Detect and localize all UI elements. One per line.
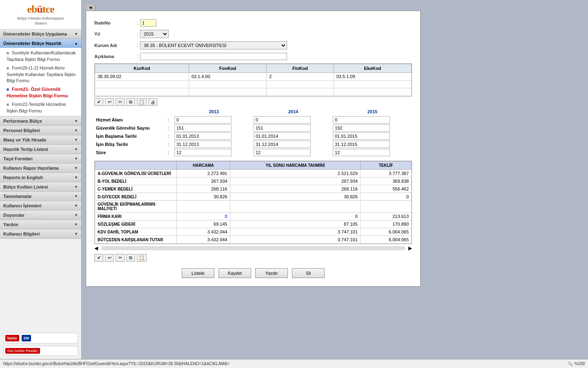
sidebar-section-butce-kodlari: Bütçe Kodları Listesi ▼: [0, 182, 81, 192]
baslama-2013[interactable]: [174, 132, 232, 140]
logo-area: ebütce Bütçe Yönetim EnformasyonSistemi: [0, 0, 81, 29]
cut-bottom-btn[interactable]: ✂: [116, 254, 125, 262]
hizmet-alani-2015[interactable]: [333, 116, 390, 123]
yil-group: Yıl : 2015 2014 2013: [94, 30, 412, 38]
sidebar-item-form20[interactable]: Form20-(1-2) Hizmet Alımı Suretiyle Kull…: [0, 64, 81, 85]
aciklama-group: Açıklama :: [94, 53, 412, 60]
row-baslama-tarihi: İşin Başlama Tarihi :: [94, 132, 412, 140]
bitis-2014[interactable]: [254, 141, 311, 148]
sidebar-header-butce-kodlari[interactable]: Bütçe Kodları Listesi ▼: [0, 182, 81, 191]
sidebar-header-uni-hazirlik[interactable]: Üniversiteler Bütçe Hazırlık ▲: [0, 39, 81, 48]
sidebar-section-hazirlik: Hazırlık Tertip Listesi ▼: [0, 145, 81, 154]
listele-button[interactable]: Listele: [182, 268, 214, 278]
undo-toolbar-btn[interactable]: ↩: [105, 98, 114, 106]
chevron-down-icon: ▼: [74, 128, 78, 132]
aciklama-input[interactable]: [140, 53, 287, 60]
sidebar-header-yardim[interactable]: Yardım ▼: [0, 220, 81, 229]
sure-2014[interactable]: [254, 149, 311, 156]
paste-bottom-btn[interactable]: 📋: [137, 254, 147, 262]
hizmet-alani-2014[interactable]: [254, 116, 311, 123]
horizontal-scroll-bar[interactable]: ◀ ▶: [94, 244, 412, 252]
guvenlik-sayisi-2015[interactable]: [333, 124, 390, 132]
sidebar: ebütce Bütçe Yönetim EnformasyonSistemi …: [0, 0, 82, 359]
scroll-right-btn[interactable]: ▶: [408, 245, 412, 251]
bullet-icon: [7, 52, 9, 54]
hizmet-alani-2013[interactable]: [174, 116, 232, 123]
save-bottom-btn[interactable]: ✔: [94, 254, 103, 262]
sure-2013[interactable]: [174, 149, 232, 156]
kurum-adi-select[interactable]: 38.35 - BÜLENT ECEVİT ÜNİVERSİTESİ: [140, 41, 287, 49]
bitis-2013[interactable]: [174, 141, 232, 148]
cost-row-yemek: C-YEMEK BEDELİ 268.116 268.116 556.462: [95, 185, 412, 193]
baslama-2015[interactable]: [333, 132, 390, 140]
cost-row-yol: B-YOL BEDELİ 267.934 267.934 369.838: [95, 177, 412, 185]
sidebar-header-tasit[interactable]: Taşıt Formları ▼: [0, 154, 81, 163]
print-toolbar-btn[interactable]: 🖨: [148, 98, 157, 106]
sidebar-section-maas: Maaş ve Yük Hesabı ▼: [0, 135, 81, 145]
sidebar-header-kullanici-rapor[interactable]: Kullanıcı Rapor Hazırlama ▼: [0, 164, 81, 173]
sidebar-header-maas[interactable]: Maaş ve Yük Hesabı ▼: [0, 135, 81, 144]
sidebar-section-reports-en: Reports in English ▼: [0, 173, 81, 182]
bitis-2015[interactable]: [333, 141, 390, 148]
kaydet-button[interactable]: Kaydet: [218, 268, 251, 278]
cost-row-ekipman: GÜVENLİK EKİPMANLARININ MALİYETİ: [95, 201, 412, 213]
adobe-reader-badge[interactable]: Get Adobe Reader: [3, 346, 78, 356]
copy-toolbar-btn[interactable]: ⧉: [126, 98, 135, 106]
col-kurkod: KurKod: [95, 64, 189, 73]
sidebar-section-duyurular: Duyurular ▼: [0, 211, 81, 220]
sidebar-header-tanimlamalar[interactable]: Tanımlamalar ▼: [0, 192, 81, 201]
main-table-scroll[interactable]: KurKod FonKod FinKod EkoKod 38.35.09.02 …: [95, 64, 412, 96]
chevron-up-icon: ▲: [74, 41, 78, 45]
cut-toolbar-btn[interactable]: ✂: [116, 98, 125, 106]
scroll-left-btn[interactable]: ◀: [94, 245, 98, 251]
sidebar-item-form21[interactable]: Form21- Özel Güvenlik Hizmetine İlişkin …: [0, 85, 81, 100]
yazdir-button[interactable]: Yazdır: [255, 268, 288, 278]
ihaleno-input[interactable]: [140, 19, 156, 27]
sidebar-section-kullanici-bilgi: Kullanıcı Bilgileri ▼: [0, 229, 81, 239]
chevron-down-icon: ▼: [74, 166, 78, 170]
zoom-control[interactable]: 🔍 %100: [568, 361, 585, 366]
table-row-empty[interactable]: [95, 81, 412, 88]
sidebar-section-personel: Personel Bilgileri ▼: [0, 126, 81, 135]
sidebar-header-performans[interactable]: Performans Bütçe ▼: [0, 117, 81, 126]
undo-bottom-btn[interactable]: ↩: [105, 254, 114, 262]
col-ekokod: EkoKod: [334, 64, 411, 73]
sidebar-header-personel[interactable]: Personel Bilgileri ▼: [0, 126, 81, 135]
form-window: İhaleNo : Yıl : 2015 2014 2013 Kurum Adı…: [86, 11, 421, 287]
main-table-container: KurKod FonKod FinKod EkoKod 38.35.09.02 …: [94, 63, 412, 96]
copy-bottom-btn[interactable]: ⧉: [126, 254, 135, 262]
col-harcama: HARCAMA: [177, 162, 230, 170]
cost-table-wrapper[interactable]: HARCAMA YIL SONU HARCAMA TAHMİNİ TEKLİF …: [94, 161, 412, 244]
save-toolbar-btn[interactable]: ✔: [94, 98, 103, 106]
guvenlik-sayisi-2013[interactable]: [174, 124, 232, 132]
status-bar: https://ebutce.bumko.gov.tr/ButceHazirli…: [0, 359, 588, 368]
yil-select[interactable]: 2015 2014 2013: [140, 30, 169, 38]
table-row-empty2[interactable]: [95, 88, 412, 96]
baslama-2014[interactable]: [254, 132, 311, 140]
yil-label: Yıl: [94, 31, 135, 36]
cost-row-sozlesme: SÖZLEŞME GİDERİ 69.145 87.105 170.890: [95, 220, 412, 228]
table-row[interactable]: 38.35.09.02 03.1.4.00 2 03.5.1.09: [95, 73, 412, 81]
row-sure: Süre :: [94, 148, 412, 157]
sidebar-header-kullanici-bilgi[interactable]: Kullanıcı Bilgileri ▼: [0, 229, 81, 238]
sidebar-header-hazirlik[interactable]: Hazırlık Tertip Listesi ▼: [0, 145, 81, 154]
kamu-sm-badge[interactable]: kamu SM: [3, 333, 78, 343]
sil-button[interactable]: Sil: [292, 268, 325, 278]
sidebar-header-uni-butce[interactable]: Üniversiteler Bütçe Uygulama ▼: [0, 29, 81, 38]
nav-back-arrow[interactable]: ◄: [86, 4, 96, 11]
sidebar-section-performans: Performans Bütçe ▼: [0, 117, 81, 126]
cost-row-giyecek: D-GİYECEK BEDELİ 30.826 30.826 0: [95, 193, 412, 201]
sidebar-item-form22[interactable]: Form22-Temizlik Hizmetine İlişkin Bilgi …: [0, 100, 81, 115]
sidebar-item-suretiyle[interactable]: Suretiyle Kullanılan/Kullanılacak Taşıtl…: [0, 49, 81, 64]
sidebar-header-kullanici-islem[interactable]: Kullanıcı İşlemleri ▼: [0, 201, 81, 210]
sidebar-header-reports-en[interactable]: Reports in English ▼: [0, 173, 81, 182]
paste-toolbar-btn[interactable]: 📋: [137, 98, 147, 106]
row-guvenlik-sayisi: Güvenlik Görevlisi Sayısı :: [94, 124, 412, 132]
sidebar-header-duyurular[interactable]: Duyurular ▼: [0, 211, 81, 220]
chevron-down-icon: ▼: [74, 204, 78, 208]
year-col-2013: 2013: [174, 108, 254, 116]
sidebar-section-tanimlamalar: Tanımlamalar ▼: [0, 192, 81, 201]
sure-2015[interactable]: [333, 149, 390, 156]
guvenlik-sayisi-2014[interactable]: [254, 124, 311, 132]
sidebar-items-uni-hazirlik: Suretiyle Kullanılan/Kullanılacak Taşıtl…: [0, 48, 81, 116]
